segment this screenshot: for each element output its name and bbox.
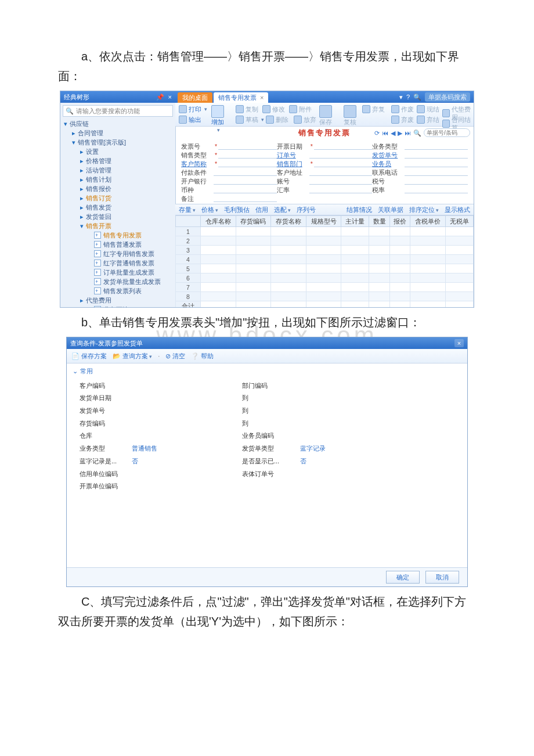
detail-grid[interactable]: 仓库名称存货编码存货名称规格型号主计量数量报价含税单价无税单12345678合计	[175, 215, 474, 308]
gridbar-match[interactable]: 选配	[274, 206, 291, 214]
gridbar-format[interactable]: 显示格式	[445, 206, 470, 214]
save-scheme-button[interactable]: 📄 保存方案	[71, 351, 107, 362]
barcode-search-input[interactable]: 单据条码搜索	[425, 92, 470, 102]
grid-header[interactable]: 仓库名称	[201, 216, 236, 227]
query-scheme-button[interactable]: 📂 查询方案	[113, 351, 152, 362]
sidebar-item[interactable]: ▸设置	[63, 147, 175, 156]
sidebar-item[interactable]: ▾销售管理[演示版]	[63, 138, 175, 147]
lookup-search-icon[interactable]: 🔍	[413, 129, 421, 137]
sidebar-item[interactable]: 红字普通销售发票	[63, 258, 175, 268]
filter-input[interactable]	[300, 393, 393, 404]
reply-button[interactable]: 弃复	[362, 105, 385, 113]
form-field[interactable]: 开票日期*	[277, 142, 373, 150]
tab-home[interactable]: 我的桌面	[178, 92, 212, 103]
sidebar-item[interactable]: 发货单批量生成发票	[63, 277, 175, 286]
pin-icon[interactable]: 📌	[156, 93, 164, 100]
cash-button[interactable]: 现结	[417, 105, 439, 113]
barcode-search-icon[interactable]: 🔍	[413, 93, 421, 101]
grid-header[interactable]: 主计量	[341, 216, 369, 227]
gridbar-settle[interactable]: 结算情况	[347, 206, 372, 214]
form-field[interactable]: 客户地址	[277, 168, 373, 177]
gridbar-link[interactable]: 关联单据	[378, 206, 403, 214]
sidebar-item[interactable]: ▸代垫费用	[63, 296, 175, 305]
close-icon[interactable]: ×	[168, 93, 172, 100]
sidebar-item[interactable]: ▸合同管理	[63, 128, 175, 138]
table-row[interactable]: 8	[176, 292, 474, 301]
form-field[interactable]: 发货单号	[372, 150, 468, 159]
filter-input[interactable]	[300, 469, 393, 480]
sidebar-item[interactable]: 订单批量生成发票	[63, 268, 175, 277]
attach-button[interactable]: 附件	[289, 105, 312, 113]
lookup-input[interactable]	[424, 128, 470, 137]
table-row[interactable]: 2	[176, 236, 474, 246]
print-button[interactable]: 打印	[179, 105, 207, 113]
sidebar-item[interactable]: ▸活动管理	[63, 165, 175, 175]
sidebar-item[interactable]: ▸价格管理	[63, 156, 175, 165]
edit-button[interactable]: 修改	[262, 105, 285, 113]
table-row[interactable]: 1	[176, 227, 474, 236]
form-field[interactable]: 销售部门*	[277, 159, 373, 168]
void-button[interactable]: 作废	[391, 105, 414, 113]
gridbar-price[interactable]: 价格	[201, 206, 218, 214]
help-button[interactable]: ❔ 帮助	[191, 351, 214, 362]
grid-header[interactable]: 存货名称	[271, 216, 306, 227]
gridbar-gross[interactable]: 毛利预估	[224, 206, 250, 214]
prev-icon[interactable]: ◀	[391, 129, 395, 137]
form-field[interactable]: 开户银行	[181, 177, 277, 185]
ok-button[interactable]: 确定	[386, 571, 420, 584]
sidebar-item[interactable]: ▸销售报价	[63, 184, 175, 193]
form-field[interactable]: 账号	[277, 177, 373, 185]
filter-input[interactable]	[132, 380, 225, 391]
sidebar-item[interactable]: ▸销售发货	[63, 203, 175, 212]
form-field[interactable]: 税号	[372, 177, 468, 185]
form-field[interactable]: 税率	[372, 185, 468, 194]
section-header[interactable]: ⌄常用	[67, 363, 467, 379]
table-row[interactable]: 6	[176, 273, 474, 283]
form-field[interactable]: 发票号*	[181, 142, 277, 150]
filter-input[interactable]	[132, 405, 225, 416]
sidebar-item[interactable]: 销售普通发票	[63, 240, 175, 249]
filter-input[interactable]: 普通销售	[132, 443, 225, 454]
discard-button[interactable]: 放弃	[294, 116, 316, 124]
filter-input[interactable]	[300, 405, 393, 416]
filter-input[interactable]	[300, 380, 393, 391]
grid-header[interactable]: 无税单	[445, 216, 473, 227]
sidebar-item[interactable]: ▾供应链	[63, 119, 175, 128]
sidebar-item[interactable]: 红字专用销售发票	[63, 249, 175, 258]
grid-header[interactable]: 数量	[369, 216, 389, 227]
form-field[interactable]: 币种	[181, 185, 277, 194]
table-row[interactable]: 5	[176, 264, 474, 273]
tab-close-icon[interactable]: ×	[260, 93, 264, 102]
filter-input[interactable]: 蓝字记录	[300, 443, 393, 454]
table-row[interactable]: 4	[176, 255, 474, 264]
filter-input[interactable]	[132, 469, 225, 480]
filter-input[interactable]	[132, 418, 225, 429]
form-field[interactable]: 备注	[181, 194, 277, 203]
form-field[interactable]: 订单号	[277, 150, 373, 159]
dialog-close-icon[interactable]: ×	[454, 339, 464, 347]
sidebar-item[interactable]: ▾销售开票	[63, 221, 175, 231]
filter-input[interactable]	[132, 481, 225, 492]
help-icon[interactable]: ?	[406, 93, 410, 101]
last-icon[interactable]: ⏭	[405, 129, 411, 137]
sidebar-item[interactable]: ▸销售计划	[63, 175, 175, 184]
gridbar-sort[interactable]: 排序定位	[409, 206, 439, 214]
form-field[interactable]: 业务类型	[372, 142, 468, 150]
grid-header[interactable]: 含税单价	[410, 216, 446, 227]
filter-input[interactable]: 否	[300, 456, 393, 467]
filter-input[interactable]	[300, 481, 393, 492]
sidebar-item[interactable]: 销售发票列表	[63, 286, 175, 296]
delete-button[interactable]: 删除	[266, 116, 288, 124]
filter-input[interactable]	[300, 430, 393, 441]
sidebar-item[interactable]: ▸销售订货	[63, 193, 175, 203]
next-icon[interactable]: ▶	[398, 129, 402, 137]
form-field[interactable]: 联系电话	[372, 168, 468, 177]
table-row[interactable]: 7	[176, 283, 474, 292]
form-field[interactable]: 汇率	[277, 185, 373, 194]
gridbar-serial[interactable]: 序列号	[297, 206, 316, 214]
form-field[interactable]: 客户简称*	[181, 159, 277, 168]
cash2-button[interactable]: 弃结	[417, 116, 439, 124]
gridbar-credit[interactable]: 信用	[255, 206, 268, 214]
cancel-button[interactable]: 取消	[425, 571, 459, 584]
sidebar-item[interactable]: 销售专用发票	[63, 231, 175, 240]
